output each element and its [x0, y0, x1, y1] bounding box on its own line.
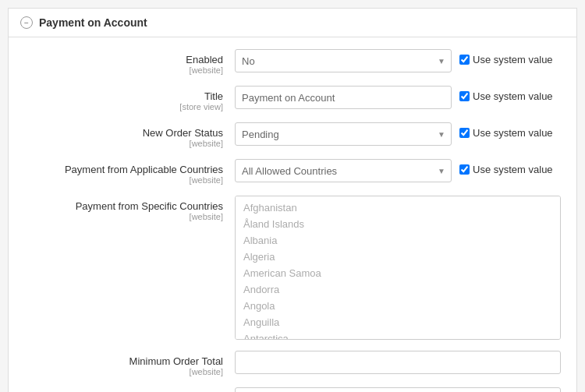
min-order-input[interactable] — [235, 351, 561, 374]
applicable-countries-select[interactable]: All Allowed Countries Specific Countries — [235, 159, 452, 182]
title-label-col: Title [store view] — [24, 86, 235, 111]
country-item[interactable]: Angola — [236, 298, 560, 314]
applicable-countries-field-col: All Allowed Countries Specific Countries… — [235, 159, 561, 182]
order-status-system-value: Use system value — [459, 122, 561, 139]
applicable-countries-label: Payment from Applicable Countries — [65, 164, 223, 175]
min-order-field-wrapper — [235, 351, 561, 374]
country-item[interactable]: Albania — [236, 232, 560, 249]
max-order-field-wrapper — [235, 387, 561, 392]
section-title: Payment on Account — [39, 16, 147, 29]
section-header: − Payment on Account — [9, 9, 576, 37]
min-order-scope: [website] — [24, 367, 223, 376]
title-label: Title — [204, 90, 223, 102]
max-order-field-col — [235, 387, 561, 392]
country-item[interactable]: Åland Islands — [236, 216, 560, 232]
order-status-row: New Order Status [website] Pending Proce… — [24, 122, 561, 148]
applicable-countries-label-col: Payment from Applicable Countries [websi… — [24, 159, 235, 185]
country-item[interactable]: Andorra — [236, 281, 560, 298]
title-scope: [store view] — [24, 102, 223, 111]
enabled-row: Enabled [website] No Yes ▼ Use system va… — [24, 49, 561, 75]
min-order-row: Minimum Order Total [website] — [24, 351, 561, 376]
order-status-label: New Order Status — [143, 127, 223, 139]
specific-countries-field-col: Afghanistan Åland Islands Albania Algeri… — [235, 196, 561, 340]
enabled-select-wrapper: No Yes ▼ — [235, 49, 452, 72]
title-row: Title [store view] Use system value — [24, 86, 561, 111]
country-item[interactable]: American Samoa — [236, 265, 560, 281]
specific-countries-scope: [website] — [24, 212, 223, 221]
order-status-scope: [website] — [24, 139, 223, 148]
applicable-countries-scope: [website] — [24, 175, 223, 185]
order-status-system-checkbox[interactable] — [459, 128, 470, 138]
applicable-countries-system-checkbox[interactable] — [459, 164, 470, 175]
enabled-field-col: No Yes ▼ Use system value — [235, 49, 561, 72]
specific-countries-row: Payment from Specific Countries [website… — [24, 196, 561, 340]
enabled-label: Enabled — [186, 54, 223, 65]
specific-countries-list[interactable]: Afghanistan Åland Islands Albania Algeri… — [235, 196, 561, 340]
enabled-label-col: Enabled [website] — [24, 49, 235, 75]
country-item[interactable]: Antarctica — [236, 330, 560, 340]
title-input[interactable] — [235, 86, 452, 109]
min-order-field-col — [235, 351, 561, 374]
applicable-countries-system-value: Use system value — [459, 159, 561, 175]
order-status-system-label: Use system value — [473, 127, 553, 139]
title-system-value: Use system value — [459, 86, 561, 102]
min-order-label-col: Minimum Order Total [website] — [24, 351, 235, 376]
enabled-select[interactable]: No Yes — [235, 49, 452, 72]
title-system-label: Use system value — [473, 90, 553, 102]
max-order-row: Maximum Order Total [website] — [24, 387, 561, 392]
order-status-label-col: New Order Status [website] — [24, 122, 235, 148]
country-item[interactable]: Anguilla — [236, 314, 560, 330]
title-system-checkbox[interactable] — [459, 91, 470, 101]
enabled-system-value: Use system value — [459, 49, 561, 65]
country-item[interactable]: Algeria — [236, 249, 560, 265]
applicable-countries-row: Payment from Applicable Countries [websi… — [24, 159, 561, 185]
specific-countries-label: Payment from Specific Countries — [76, 200, 223, 212]
form-body: Enabled [website] No Yes ▼ Use system va… — [9, 37, 576, 392]
order-status-select-wrapper: Pending Processing Complete ▼ — [235, 122, 452, 146]
enabled-system-label: Use system value — [473, 54, 553, 65]
specific-countries-label-col: Payment from Specific Countries [website… — [24, 196, 235, 221]
title-field-col: Use system value — [235, 86, 561, 109]
enabled-system-checkbox[interactable] — [459, 55, 470, 65]
country-item[interactable]: Afghanistan — [236, 200, 560, 216]
collapse-icon[interactable]: − — [20, 16, 33, 29]
enabled-scope: [website] — [24, 65, 223, 75]
min-order-label: Minimum Order Total — [129, 355, 223, 367]
max-order-input[interactable] — [235, 387, 561, 392]
page-wrapper: − Payment on Account Enabled [website] N… — [8, 8, 577, 392]
max-order-label-col: Maximum Order Total [website] — [24, 387, 235, 392]
order-status-field-col: Pending Processing Complete ▼ Use system… — [235, 122, 561, 146]
applicable-countries-select-wrapper: All Allowed Countries Specific Countries… — [235, 159, 452, 182]
title-field-wrapper — [235, 86, 452, 109]
order-status-select[interactable]: Pending Processing Complete — [235, 122, 452, 146]
applicable-countries-system-label: Use system value — [473, 164, 553, 175]
